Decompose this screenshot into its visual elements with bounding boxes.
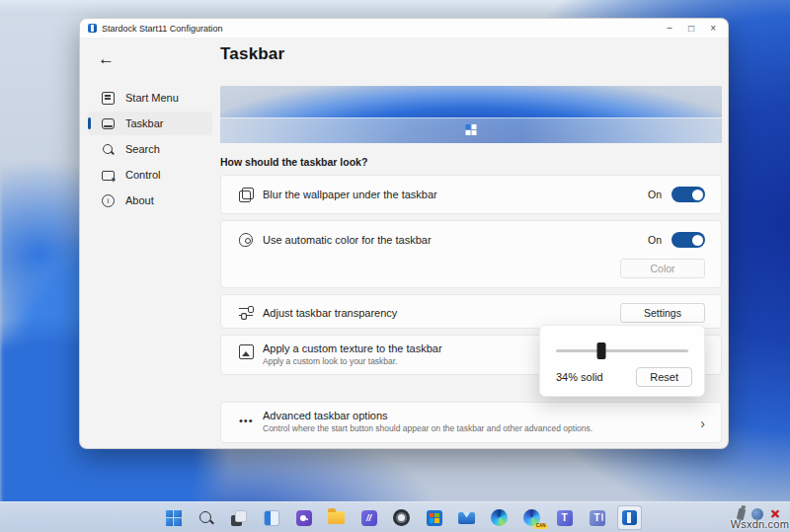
info-icon: i xyxy=(102,194,115,207)
sidebar: Start Menu Taskbar Search Control i Abou… xyxy=(80,84,220,214)
close-button[interactable]: × xyxy=(710,24,716,34)
file-explorer-icon[interactable] xyxy=(324,505,349,530)
section-heading: How should the taskbar look? xyxy=(220,156,722,168)
sidebar-item-about[interactable]: i About xyxy=(88,189,212,212)
window-title: Stardock Start11 Configuration xyxy=(102,24,222,34)
setting-row-transparency: Adjust taskbar transparency Settings xyxy=(220,294,722,329)
search-icon xyxy=(102,143,115,156)
control-icon xyxy=(102,171,115,181)
widgets-icon[interactable] xyxy=(259,505,283,530)
transparency-value-label: 34% solid xyxy=(556,371,603,383)
sidebar-item-label: Search xyxy=(125,143,160,155)
sidebar-item-label: Control xyxy=(125,169,160,181)
setting-label: Advanced taskbar options xyxy=(263,410,592,421)
teams-alt-icon[interactable]: T xyxy=(585,505,609,530)
transparency-settings-button[interactable]: Settings xyxy=(620,303,705,323)
edge-icon[interactable] xyxy=(487,505,512,530)
chevron-right-icon[interactable]: › xyxy=(700,416,707,431)
start11-taskbar-icon[interactable] xyxy=(617,505,642,530)
windows-start-icon[interactable] xyxy=(161,505,186,530)
toggle-state-label: On xyxy=(648,189,662,200)
taskbar-icon xyxy=(102,118,115,129)
transparency-slider-track[interactable] xyxy=(556,349,688,352)
setting-description: Control where the start button should ap… xyxy=(263,423,592,433)
camera-app-icon[interactable] xyxy=(389,505,414,530)
toggle-state-label: On xyxy=(648,234,662,246)
sidebar-item-label: About xyxy=(125,194,154,206)
preview-start-button-icon xyxy=(466,124,477,135)
movies-tv-icon[interactable]: // xyxy=(356,505,381,530)
taskbar-preview-image xyxy=(220,86,722,143)
transparency-popup: 34% solid Reset xyxy=(539,325,705,397)
blur-icon xyxy=(239,188,254,202)
preview-taskbar-band xyxy=(220,117,722,143)
transparency-slider-thumb[interactable] xyxy=(596,342,605,359)
ellipsis-icon: ••• xyxy=(239,414,254,428)
color-button[interactable]: Color xyxy=(620,259,705,278)
sidebar-item-search[interactable]: Search xyxy=(88,137,212,161)
minimize-button[interactable]: − xyxy=(667,24,672,34)
os-taskbar: // CAN T T ✕ xyxy=(0,501,790,532)
image-icon xyxy=(239,344,254,359)
blur-toggle[interactable] xyxy=(672,187,705,202)
setting-label: Use automatic color for the taskbar xyxy=(263,234,432,246)
title-bar[interactable]: Stardock Start11 Configuration − □ × xyxy=(80,19,728,38)
sliders-icon xyxy=(239,305,254,320)
sidebar-item-taskbar[interactable]: Taskbar xyxy=(88,112,212,135)
back-button[interactable]: ← xyxy=(98,49,115,69)
sidebar-item-control[interactable]: Control xyxy=(88,163,212,187)
chat-icon[interactable] xyxy=(291,505,316,530)
auto-color-toggle[interactable] xyxy=(672,232,705,248)
watermark: Wsxdn.com xyxy=(731,518,789,530)
sidebar-item-start-menu[interactable]: Start Menu xyxy=(88,86,212,110)
start11-app-icon xyxy=(88,24,97,33)
setting-label: Blur the wallpaper under the taskbar xyxy=(263,189,437,200)
palette-icon xyxy=(239,233,253,247)
reset-button[interactable]: Reset xyxy=(636,367,692,387)
edge-canary-icon[interactable]: CAN xyxy=(519,505,544,530)
microsoft-store-icon[interactable] xyxy=(422,505,446,530)
setting-row-blur: Blur the wallpaper under the taskbar On xyxy=(220,175,722,214)
page-title: Taskbar xyxy=(220,44,284,64)
maximize-button[interactable]: □ xyxy=(688,24,694,34)
setting-row-advanced[interactable]: ••• Advanced taskbar options Control whe… xyxy=(220,402,722,443)
task-view-icon[interactable] xyxy=(226,505,251,530)
setting-row-auto-color: Use automatic color for the taskbar On C… xyxy=(220,220,722,288)
setting-label: Adjust taskbar transparency xyxy=(263,307,397,319)
search-icon[interactable] xyxy=(194,505,218,530)
teams-icon[interactable]: T xyxy=(552,505,577,530)
start11-configuration-window: Stardock Start11 Configuration − □ × ← T… xyxy=(79,18,729,449)
sidebar-item-label: Start Menu xyxy=(125,92,179,104)
start-menu-icon xyxy=(102,92,115,105)
mail-icon[interactable] xyxy=(454,505,479,530)
sidebar-item-label: Taskbar xyxy=(125,117,164,129)
